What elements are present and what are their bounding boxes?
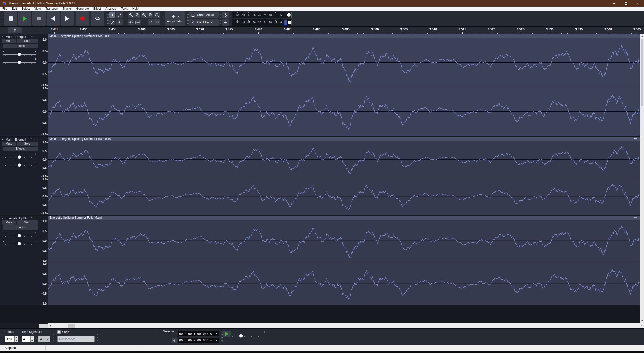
hscroll-thumb[interactable] xyxy=(68,324,75,328)
gain-slider[interactable] xyxy=(18,53,21,56)
vertical-scrollbar[interactable] xyxy=(640,34,644,323)
play-at-speed-button[interactable] xyxy=(223,331,231,337)
channel-right[interactable] xyxy=(48,87,640,136)
loop-button[interactable] xyxy=(91,11,104,26)
collapse-chevron-icon[interactable]: ^ xyxy=(31,217,32,220)
zoom-fit-project-button[interactable] xyxy=(147,12,153,18)
menu-view[interactable]: View xyxy=(32,7,43,10)
timesig-spinner[interactable] xyxy=(30,336,34,342)
audio-clip[interactable]: Main - Energetic Uplifting Summer Folk 3… xyxy=(48,137,640,215)
timesig-upper-input[interactable] xyxy=(22,336,30,342)
draw-tool-button[interactable] xyxy=(109,19,115,25)
menu-edit[interactable]: Edit xyxy=(9,7,19,10)
menu-help[interactable]: Help xyxy=(130,7,141,10)
channel-left[interactable] xyxy=(48,141,640,178)
track-close-button[interactable]: × xyxy=(2,35,4,38)
close-button[interactable]: × xyxy=(632,0,644,7)
solo-button[interactable]: Solo xyxy=(17,142,38,146)
channel-left[interactable] xyxy=(48,38,640,87)
pan-slider[interactable] xyxy=(18,242,21,245)
menu-select[interactable]: Select xyxy=(19,7,32,10)
snap-mode-dropdown[interactable]: Milliseconds xyxy=(57,336,95,342)
silence-audio-button[interactable] xyxy=(135,19,141,25)
clip-header[interactable]: Main - Energetic Uplifting Summer Folk 3… xyxy=(48,34,640,38)
toolbar-grip[interactable] xyxy=(53,332,55,342)
channel-right[interactable] xyxy=(48,178,640,215)
track-menu-button[interactable]: ⋯ xyxy=(34,35,38,39)
record-meter-mic-button[interactable] xyxy=(222,12,229,18)
menu-tools[interactable]: Tools xyxy=(118,7,130,10)
mute-button[interactable]: Mute xyxy=(2,220,16,225)
toolbar-grip[interactable] xyxy=(1,14,3,24)
solo-button[interactable]: Solo xyxy=(17,39,38,43)
timeline-options-button[interactable]: ⚙ xyxy=(8,27,22,33)
collapse-chevron-icon[interactable]: ^ xyxy=(31,35,32,38)
timesig-lower-dropdown[interactable]: 4 xyxy=(38,336,50,342)
clip-menu-button[interactable]: ⋯ xyxy=(634,216,637,219)
effects-button[interactable]: Effects xyxy=(3,44,38,48)
play-button[interactable] xyxy=(18,11,31,26)
gain-slider[interactable] xyxy=(18,155,21,159)
clip-menu-button[interactable]: ⋯ xyxy=(634,137,637,140)
selection-start-field[interactable]: 00 h 00 m 00.000 s xyxy=(178,331,219,336)
scroll-left-arrow[interactable] xyxy=(48,324,52,328)
timeline-ruler[interactable]: ⚙ 3.4453.4503.4553.4603.4653.4703.4753.4… xyxy=(0,27,644,34)
playback-meter-speaker-button[interactable] xyxy=(222,19,229,26)
menu-file[interactable]: File xyxy=(0,7,9,10)
toolbar-grip[interactable] xyxy=(220,14,222,24)
clip-menu-button[interactable]: ⋯ xyxy=(634,34,637,38)
scroll-down-arrow[interactable] xyxy=(640,319,644,322)
toolbar-grip[interactable] xyxy=(97,332,99,342)
play-speed-slider[interactable] xyxy=(239,334,243,338)
track-menu-button[interactable]: ⋯ xyxy=(34,138,38,141)
clip-header[interactable]: Main - Energetic Uplifting Summer Folk 3… xyxy=(48,137,640,141)
toolbar-grip[interactable] xyxy=(107,14,109,24)
tempo-input[interactable] xyxy=(5,336,15,342)
effects-button[interactable]: Effects xyxy=(3,147,38,151)
selection-tool-button[interactable]: I xyxy=(109,12,115,18)
recording-meter[interactable]: -54-48-42-36-30-24-18-12-6 xyxy=(232,12,292,18)
skip-to-end-button[interactable] xyxy=(61,11,74,26)
clip-header[interactable]: Energetic Uplifting Summer Folk (Main)⋯ xyxy=(48,216,640,220)
pan-slider[interactable] xyxy=(18,61,21,64)
menu-effect[interactable]: Effect xyxy=(91,7,103,10)
get-effects-button[interactable]: Get Effects xyxy=(189,19,219,26)
vscroll-thumb[interactable] xyxy=(641,39,643,106)
recording-level-knob[interactable] xyxy=(287,13,291,17)
track-title[interactable]: Main - Energeti xyxy=(6,138,30,141)
track-title[interactable]: Energetic Uplifti xyxy=(6,217,30,220)
pan-slider[interactable] xyxy=(18,163,21,167)
snap-checkbox[interactable] xyxy=(57,330,61,334)
redo-button[interactable]: ↻ xyxy=(154,19,160,25)
toolbar-grip[interactable] xyxy=(1,332,3,342)
multi-tool-button[interactable]: * xyxy=(116,19,123,25)
audio-setup-button[interactable]: Audio Setup xyxy=(165,11,185,26)
zoom-in-button[interactable] xyxy=(128,12,134,18)
restore-button[interactable] xyxy=(620,0,632,7)
record-button[interactable] xyxy=(76,11,89,26)
scroll-up-arrow[interactable] xyxy=(640,35,644,38)
toolbar-grip[interactable] xyxy=(187,14,189,24)
mute-button[interactable]: Mute xyxy=(2,39,16,43)
tempo-spinner[interactable] xyxy=(15,336,18,342)
toolbar-grip[interactable] xyxy=(163,14,165,24)
track-menu-button[interactable]: ⋯ xyxy=(34,216,38,220)
track-close-button[interactable]: × xyxy=(2,217,4,220)
audio-clip[interactable]: Energetic Uplifting Summer Folk (Main)⋯ xyxy=(48,216,640,305)
menu-generate[interactable]: Generate xyxy=(74,7,91,10)
undo-button[interactable]: ↺ xyxy=(148,19,154,25)
playback-level-knob[interactable] xyxy=(288,21,291,24)
panel-resize-handle[interactable] xyxy=(39,324,48,328)
envelope-tool-button[interactable] xyxy=(116,12,123,18)
minimize-button[interactable] xyxy=(608,0,620,7)
skip-to-start-button[interactable] xyxy=(47,11,60,26)
trim-audio-button[interactable] xyxy=(128,19,134,25)
zoom-toggle-button[interactable] xyxy=(154,12,160,18)
mute-button[interactable]: Mute xyxy=(2,142,16,146)
horizontal-scrollbar[interactable] xyxy=(0,323,644,328)
zoom-out-button[interactable] xyxy=(134,12,140,18)
track-close-button[interactable]: × xyxy=(2,138,4,141)
zoom-fit-selection-button[interactable] xyxy=(141,12,147,18)
menu-analyze[interactable]: Analyze xyxy=(103,7,118,10)
playback-meter[interactable]: -54-48-42-36-30-24-18-12-6 xyxy=(232,19,292,26)
